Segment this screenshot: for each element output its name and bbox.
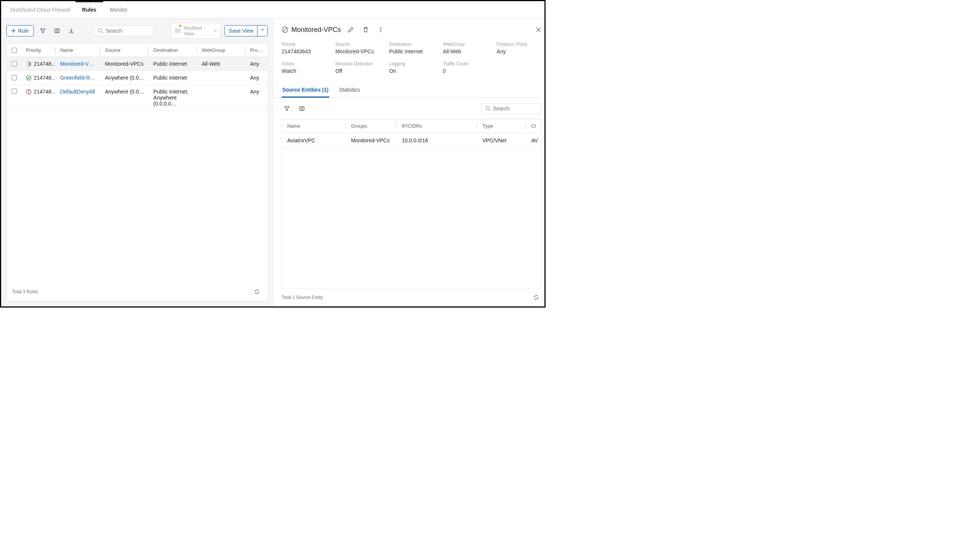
svg-rect-2 [175,29,180,30]
ecell-ip: 10.0.0.0/16 [396,133,477,148]
sub-tab-statistics[interactable]: Statistics [338,83,361,98]
deny-icon [26,89,32,95]
cell-source: Anywhere (0.0.0.0… [101,71,149,84]
filter-icon[interactable] [38,25,48,36]
table-row[interactable]: 214748… DefaultDenyAll Anywhere (0.0.0.0… [7,85,267,111]
view-icon [175,28,181,34]
col-destination[interactable]: Destination [149,44,197,57]
sub-tab-source-entities[interactable]: Source Entities (1) [282,83,329,98]
close-icon[interactable] [535,27,541,33]
col-name[interactable]: Name [56,44,100,57]
top-tabs: Distributed Cloud Firewall Rules Monitor [1,1,544,18]
edit-icon[interactable] [345,24,356,35]
refresh-icon[interactable] [251,286,262,297]
entity-search-input[interactable] [493,105,537,111]
cell-destination: Public Internet, Anywhere (0.0.0.0… [149,85,197,110]
delete-icon[interactable] [360,24,371,35]
cell-webgroup [197,74,245,81]
search-icon [485,106,491,111]
row-checkbox[interactable] [7,72,21,84]
meta-priority: Priority2147483643 [282,42,326,54]
svg-rect-0 [55,29,59,33]
row-checkbox[interactable] [7,57,21,70]
ecell-type: VPC/VNet [477,133,526,148]
entity-toolbar [274,98,546,119]
meta-source: SourceMonitored-VPCs [335,42,380,54]
cell-webgroup: All-Web [197,57,245,71]
cell-name[interactable]: DefaultDenyAll [56,85,100,99]
col-priority[interactable]: Priority [21,44,56,57]
cell-protocol: Any [245,85,267,99]
refresh-icon[interactable] [531,292,541,303]
entity-footer: Total 1 Source Entity [274,288,546,306]
tab-monitor[interactable]: Monitor [103,2,134,17]
right-panel: Monitored-VPCs Priority2147483643 Source… [274,18,546,306]
cell-protocol: Any [245,57,267,71]
meta-destination: DestinationPublic Internet [389,42,434,54]
search-icon [98,28,103,33]
entity-table: Name Groups IP/CIDRs Type Cl AviatrixVPC… [282,119,541,288]
more-icon[interactable] [375,24,386,35]
ecol-ip[interactable]: IP/CIDRs [396,119,477,132]
col-protocol[interactable]: Protoc [245,44,267,57]
table-row[interactable]: 214748… Greenfield-Rule Anywhere (0.0.0.… [7,71,267,85]
rules-search[interactable] [94,25,154,36]
meta-webgroup: WebGroupAll-Web [443,42,488,54]
rules-search-input[interactable] [105,28,150,34]
rules-footer: Total 3 Rules [7,283,267,301]
save-view-dropdown[interactable] [257,25,267,36]
meta-traffic: Traffic Count0 [443,61,488,74]
cell-name[interactable]: Greenfield-Rule [56,71,100,84]
table-row[interactable]: 214748… Monitored-VPCs Monitored-VPCs Pu… [7,57,267,71]
save-view-button[interactable]: Save View [225,25,257,36]
unsaved-dot-icon [179,25,181,27]
ecol-groups[interactable]: Groups [346,119,396,132]
entity-search[interactable] [481,103,541,114]
ecell-cloud: AV [526,133,541,148]
modified-view-selector[interactable]: Modified View [171,23,221,39]
svg-rect-11 [300,107,304,110]
meta-grid: Priority2147483643 SourceMonitored-VPCs … [274,39,546,81]
columns-icon[interactable] [52,25,62,36]
add-rule-button[interactable]: Rule [6,25,34,37]
svg-point-9 [380,29,382,30]
plus-icon [11,29,16,33]
ecol-cloud[interactable]: Cl [526,119,541,132]
download-icon[interactable] [66,25,76,36]
cell-webgroup [197,85,245,92]
svg-point-12 [486,107,490,110]
ecol-type[interactable]: Type [477,119,526,132]
filter-icon[interactable] [282,103,292,114]
cell-priority: 214748… [21,85,56,99]
entity-row[interactable]: AviatrixVPC Monitored-VPCs 10.0.0.0/16 V… [282,133,541,148]
cell-source: Monitored-VPCs [101,57,149,71]
rules-toolbar: Rule [1,18,273,43]
select-all[interactable] [7,44,21,57]
svg-point-8 [380,27,382,29]
meta-action: ActionWatch [282,61,326,74]
cell-name[interactable]: Monitored-VPCs [56,57,100,71]
svg-point-10 [380,31,382,32]
allow-icon [26,75,32,81]
row-checkbox[interactable] [7,85,21,98]
rules-count: Total 3 Rules [12,289,38,294]
detail-sub-tabs: Source Entities (1) Statistics [274,83,546,98]
svg-point-1 [99,29,102,32]
columns-icon[interactable] [297,103,307,114]
entity-table-header: Name Groups IP/CIDRs Type Cl [282,119,541,133]
cell-source: Anywhere (0.0.0.0… [101,85,149,99]
ecol-name[interactable]: Name [282,119,346,132]
brand-title: Distributed Cloud Firewall [5,7,75,13]
modified-view-label: Modified View [184,25,211,37]
cell-protocol: Any [245,71,267,84]
svg-point-5 [27,75,31,80]
meta-protocol: Protocol | PortsAny [497,42,541,54]
chevron-down-icon [214,29,217,33]
tab-rules[interactable]: Rules [75,2,103,17]
detail-header: Monitored-VPCs [274,18,546,39]
cell-destination: Public Internet [149,71,197,84]
meta-ids: Intrusion DetectionOff [335,61,380,74]
col-webgroup[interactable]: WebGroup [197,44,245,57]
rules-table-header: Priority Name Source Destination WebGrou… [7,44,267,57]
col-source[interactable]: Source [101,44,149,57]
